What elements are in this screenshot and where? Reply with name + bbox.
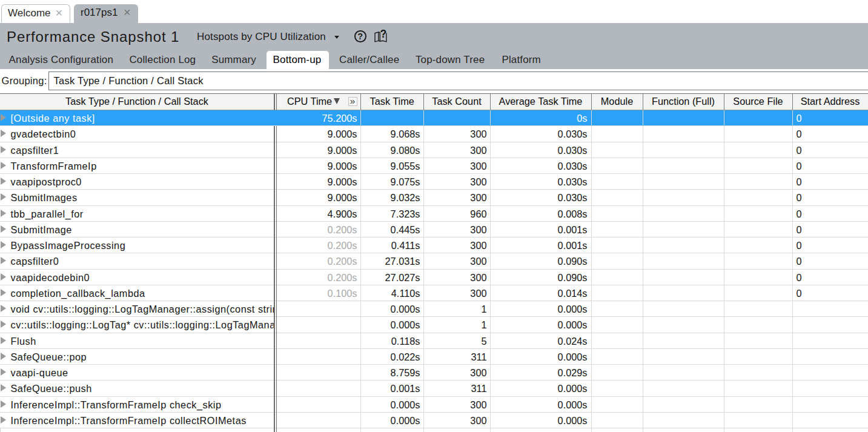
svg-text:?: ? (380, 29, 387, 40)
